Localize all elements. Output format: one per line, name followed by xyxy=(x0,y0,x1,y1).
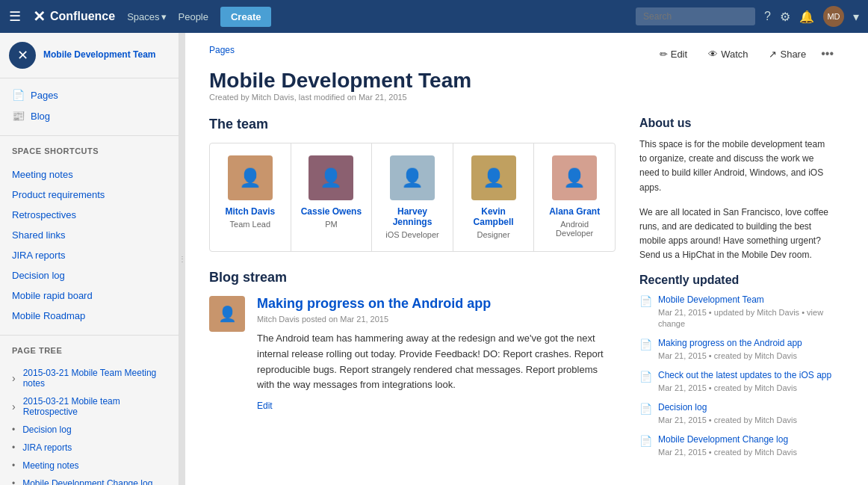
share-icon: ↗ xyxy=(769,49,777,60)
avatar-chevron-icon[interactable]: ▾ xyxy=(853,10,859,24)
member-role-2: iOS Developer xyxy=(381,230,444,239)
blog-edit-link[interactable]: Edit xyxy=(257,401,616,411)
member-avatar-1: 👤 xyxy=(309,155,353,200)
blog-author-avatar: 👤 xyxy=(209,296,245,332)
member-role-4: Android Developer xyxy=(543,220,606,238)
more-actions-button[interactable]: ••• xyxy=(821,47,834,61)
recent-link-4[interactable]: Mobile Development Change log xyxy=(658,434,834,445)
team-section-title: The team xyxy=(209,117,616,132)
eye-icon: 👁 xyxy=(708,49,718,60)
shortcut-decision-log[interactable]: Decision log xyxy=(0,265,179,285)
sidebar-item-blog[interactable]: 📰 Blog xyxy=(0,105,179,126)
main-content: Pages ✏ Edit 👁 Watch ↗ Share ••• xyxy=(185,33,868,485)
recent-item-4: 📄 Mobile Development Change log Mar 21, … xyxy=(639,434,834,457)
page-meta: Created by Mitch Davis, last modified on… xyxy=(209,93,834,102)
about-text-2: We are all located in San Francisco, lov… xyxy=(639,206,834,263)
logo[interactable]: ✕ Confluence xyxy=(33,7,115,25)
about-text-1: This space is for the mobile development… xyxy=(639,138,834,195)
notifications-icon[interactable]: 🔔 xyxy=(799,10,814,24)
team-member-2: 👤 Harvey Jennings iOS Developer xyxy=(372,143,453,251)
help-icon[interactable]: ? xyxy=(764,10,771,23)
shortcut-meeting-notes[interactable]: Meeting notes xyxy=(0,164,179,185)
blog-icon: 📰 xyxy=(12,110,25,122)
blog-post-text: The Android team has hammering away at t… xyxy=(257,331,616,393)
recent-link-3[interactable]: Decision log xyxy=(658,402,834,413)
member-name-3[interactable]: Kevin Campbell xyxy=(462,206,525,227)
shortcuts-list: Meeting notes Product requirements Retro… xyxy=(0,158,179,332)
create-button[interactable]: Create xyxy=(220,7,271,27)
blog-section: Blog stream 👤 Making progress on the And… xyxy=(209,270,616,411)
tree-item-decision-log[interactable]: Decision log xyxy=(0,421,179,439)
shortcut-mobile-roadmap[interactable]: Mobile Roadmap xyxy=(0,306,179,326)
search-input[interactable] xyxy=(636,7,755,25)
space-icon: ✕ xyxy=(9,42,36,69)
member-role-0: Team Lead xyxy=(219,220,282,229)
edit-icon: ✏ xyxy=(660,49,668,60)
page-icon-4: 📄 xyxy=(639,435,652,447)
tree-item-jira-reports[interactable]: JIRA reports xyxy=(0,439,179,457)
page-icon-3: 📄 xyxy=(639,403,652,415)
recent-meta-0: Mar 21, 2015 • updated by Mitch Davis • … xyxy=(658,308,823,328)
recent-link-1[interactable]: Making progress on the Android app xyxy=(658,338,834,348)
recent-item-2: 📄 Check out the latest updates to the iO… xyxy=(639,370,834,393)
member-name-0[interactable]: Mitch Davis xyxy=(219,206,282,217)
shortcut-shared-links[interactable]: Shared links xyxy=(0,225,179,245)
edit-button[interactable]: ✏ Edit xyxy=(654,46,693,63)
page-icon-2: 📄 xyxy=(639,371,652,383)
page-tree-section-title: PAGE TREE xyxy=(0,339,179,358)
team-grid: 👤 Mitch Davis Team Lead 👤 Cassie Owens P… xyxy=(209,143,616,252)
recent-item-1: 📄 Making progress on the Android app Mar… xyxy=(639,338,834,361)
team-member-3: 👤 Kevin Campbell Designer xyxy=(453,143,535,251)
blog-post-meta: Mitch Davis posted on Mar 21, 2015 xyxy=(257,315,616,324)
recent-item-0: 📄 Mobile Development Team Mar 21, 2015 •… xyxy=(639,294,834,329)
content-main: The team 👤 Mitch Davis Team Lead 👤 Cassi… xyxy=(209,117,616,466)
chevron-down-icon: ▾ xyxy=(161,11,167,22)
member-name-2[interactable]: Harvey Jennings xyxy=(381,206,444,227)
sidebar-header: ✕ Mobile Development Team xyxy=(0,33,179,78)
shortcut-mobile-rapid-board[interactable]: Mobile rapid board xyxy=(0,285,179,306)
sidebar-resize-handle[interactable]: ⋮ xyxy=(179,33,185,485)
recent-link-0[interactable]: Mobile Development Team xyxy=(658,294,834,305)
recently-updated-title: Recently updated xyxy=(639,274,834,287)
breadcrumb[interactable]: Pages xyxy=(209,45,235,55)
recent-content-3: Decision log Mar 21, 2015 • created by M… xyxy=(658,402,834,425)
shortcut-jira-reports[interactable]: JIRA reports xyxy=(0,245,179,265)
watch-button[interactable]: 👁 Watch xyxy=(702,46,754,63)
user-avatar[interactable]: MD xyxy=(823,6,844,27)
member-role-1: PM xyxy=(300,220,363,229)
page-actions: ✏ Edit 👁 Watch ↗ Share ••• xyxy=(654,46,834,63)
logo-text: Confluence xyxy=(50,10,115,23)
tree-item-retrospective[interactable]: 2015-03-21 Mobile team Retrospective xyxy=(0,392,179,421)
blog-section-title: Blog stream xyxy=(209,270,616,285)
recent-meta-3: Mar 21, 2015 • created by Mitch Davis xyxy=(658,416,797,424)
member-avatar-0: 👤 xyxy=(228,155,273,200)
member-avatar-4: 👤 xyxy=(552,155,597,200)
tree-item-change-log[interactable]: Mobile Development Change log xyxy=(0,475,179,485)
content-sidebar: About us This space is for the mobile de… xyxy=(639,117,834,466)
member-avatar-2: 👤 xyxy=(390,155,435,200)
member-name-1[interactable]: Cassie Owens xyxy=(300,206,363,217)
nav-right: ? ⚙ 🔔 MD ▾ xyxy=(636,6,859,27)
recent-item-3: 📄 Decision log Mar 21, 2015 • created by… xyxy=(639,402,834,425)
sidebar-item-pages[interactable]: 📄 Pages xyxy=(0,84,179,105)
spaces-menu[interactable]: Spaces ▾ xyxy=(127,11,166,22)
people-nav[interactable]: People xyxy=(179,11,208,22)
settings-icon[interactable]: ⚙ xyxy=(780,10,790,24)
space-name[interactable]: Mobile Development Team xyxy=(43,49,155,61)
member-role-3: Designer xyxy=(462,230,525,239)
sidebar-nav: 📄 Pages 📰 Blog xyxy=(0,78,179,132)
shortcut-product-requirements[interactable]: Product requirements xyxy=(0,185,179,205)
content-area: The team 👤 Mitch Davis Team Lead 👤 Cassi… xyxy=(209,117,834,466)
team-member-4: 👤 Alana Grant Android Developer xyxy=(534,143,615,251)
recent-content-0: Mobile Development Team Mar 21, 2015 • u… xyxy=(658,294,834,329)
tree-item-meeting-notes[interactable]: 2015-03-21 Mobile Team Meeting notes xyxy=(0,364,179,392)
recent-link-2[interactable]: Check out the latest updates to the iOS … xyxy=(658,370,834,380)
tree-item-meeting-notes-tree[interactable]: Meeting notes xyxy=(0,457,179,475)
blog-content: Making progress on the Android app Mitch… xyxy=(257,296,616,411)
recent-meta-1: Mar 21, 2015 • created by Mitch Davis xyxy=(658,351,797,360)
blog-post-title[interactable]: Making progress on the Android app xyxy=(257,296,616,312)
share-button[interactable]: ↗ Share xyxy=(763,46,812,63)
hamburger-menu[interactable]: ☰ xyxy=(9,8,21,25)
member-name-4[interactable]: Alana Grant xyxy=(543,206,606,217)
shortcut-retrospectives[interactable]: Retrospectives xyxy=(0,205,179,225)
